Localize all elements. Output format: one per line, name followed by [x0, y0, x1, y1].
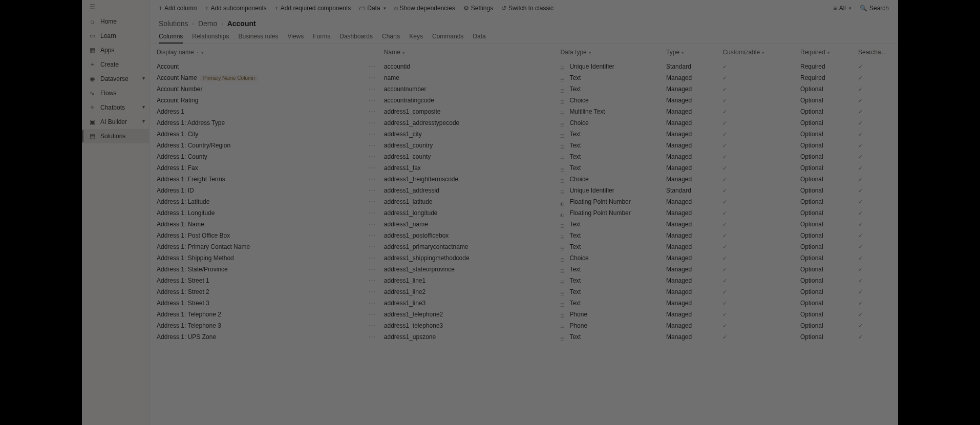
cell-actions[interactable]: ⋯: [364, 219, 379, 230]
table-row[interactable]: Address 1: Freight Terms⋯address1_freigh…: [153, 174, 895, 185]
switch-classic-button[interactable]: ↺Switch to classic: [498, 2, 557, 14]
settings-button[interactable]: ⚙Settings: [460, 2, 496, 14]
column-header-searchable[interactable]: Searcha…▾: [854, 44, 895, 61]
tab-keys[interactable]: Keys: [409, 31, 423, 43]
table-row[interactable]: Account⋯accountidUnique IdentifierStanda…: [153, 61, 895, 72]
column-header-datatype[interactable]: Data type▾: [556, 44, 662, 61]
cell-actions[interactable]: ⋯: [364, 117, 379, 129]
more-icon[interactable]: ⋯: [368, 266, 375, 272]
table-row[interactable]: Address 1: Country/Region⋯address1_count…: [153, 140, 895, 151]
column-header-required[interactable]: Required▾: [796, 44, 854, 61]
column-header-display[interactable]: Display name ↑▾: [153, 44, 364, 61]
cell-actions[interactable]: ⋯: [364, 162, 379, 174]
table-row[interactable]: Address 1: Street 1⋯address1_line1TextMa…: [153, 275, 895, 286]
table-row[interactable]: Address 1: Latitude⋯address1_latitudeFlo…: [153, 196, 895, 207]
filter-all-button[interactable]: ≡All▾: [830, 2, 855, 14]
more-icon[interactable]: ⋯: [368, 63, 375, 70]
table-row[interactable]: Account NamePrimary Name Column⋯nameText…: [153, 72, 895, 83]
cell-actions[interactable]: ⋯: [364, 106, 379, 117]
cell-actions[interactable]: ⋯: [364, 230, 379, 241]
sidebar-item-dataverse[interactable]: ◉Dataverse▾: [82, 72, 149, 86]
sidebar-item-ai-builder[interactable]: ▣AI Builder▾: [82, 115, 149, 129]
tab-business-rules[interactable]: Business rules: [238, 31, 278, 43]
more-icon[interactable]: ⋯: [368, 74, 375, 81]
column-header-customizable[interactable]: Customizable▾: [718, 44, 796, 61]
more-icon[interactable]: ⋯: [368, 198, 375, 205]
tab-dashboards[interactable]: Dashboards: [339, 31, 373, 43]
more-icon[interactable]: ⋯: [368, 232, 375, 239]
sidebar-item-solutions[interactable]: ▤Solutions: [82, 129, 149, 143]
add-column-button[interactable]: +Add column: [156, 2, 200, 14]
breadcrumb-link[interactable]: Solutions: [159, 19, 188, 28]
column-header-type[interactable]: Type▾: [662, 44, 718, 61]
table-row[interactable]: Address 1: Shipping Method⋯address1_ship…: [153, 252, 895, 264]
hamburger-button[interactable]: ☰: [82, 0, 149, 14]
more-icon[interactable]: ⋯: [368, 322, 375, 329]
cell-actions[interactable]: ⋯: [364, 83, 379, 95]
cell-actions[interactable]: ⋯: [364, 298, 379, 309]
cell-actions[interactable]: ⋯: [364, 286, 379, 298]
sidebar-item-apps[interactable]: ▦Apps: [82, 43, 149, 57]
sidebar-item-flows[interactable]: ∿Flows: [82, 86, 149, 100]
add-required-button[interactable]: +Add required components: [272, 2, 354, 14]
breadcrumb-link[interactable]: Demo: [198, 19, 217, 28]
cell-actions[interactable]: ⋯: [364, 151, 379, 162]
cell-actions[interactable]: ⋯: [364, 309, 379, 320]
more-icon[interactable]: ⋯: [368, 153, 375, 160]
table-row[interactable]: Address 1: Fax⋯address1_faxTextManaged✓O…: [153, 162, 895, 174]
tab-data[interactable]: Data: [473, 31, 485, 43]
table-row[interactable]: Account Rating⋯accountratingcodeChoiceMa…: [153, 95, 895, 106]
tab-commands[interactable]: Commands: [432, 31, 463, 43]
cell-actions[interactable]: ⋯: [364, 207, 379, 219]
more-icon[interactable]: ⋯: [368, 119, 375, 126]
cell-actions[interactable]: ⋯: [364, 174, 379, 185]
more-icon[interactable]: ⋯: [368, 176, 375, 182]
more-icon[interactable]: ⋯: [368, 277, 375, 284]
more-icon[interactable]: ⋯: [368, 164, 375, 171]
more-icon[interactable]: ⋯: [368, 86, 375, 92]
table-row[interactable]: Address 1: Longitude⋯address1_longitudeF…: [153, 207, 895, 219]
table-row[interactable]: Address 1: Post Office Box⋯address1_post…: [153, 230, 895, 241]
show-dependencies-button[interactable]: ⎋Show dependencies: [391, 2, 458, 14]
cell-actions[interactable]: ⋯: [364, 252, 379, 264]
cell-actions[interactable]: ⋯: [364, 196, 379, 207]
more-icon[interactable]: ⋯: [368, 311, 375, 317]
more-icon[interactable]: ⋯: [368, 243, 375, 250]
sidebar-item-learn[interactable]: ▭Learn: [82, 29, 149, 43]
cell-actions[interactable]: ⋯: [364, 129, 379, 140]
table-row[interactable]: Account Number⋯accountnumberTextManaged✓…: [153, 83, 895, 95]
more-icon[interactable]: ⋯: [368, 300, 375, 306]
table-row[interactable]: Address 1: State/Province⋯address1_state…: [153, 264, 895, 275]
cell-actions[interactable]: ⋯: [364, 95, 379, 106]
add-subcomponents-button[interactable]: +Add subcomponents: [202, 2, 269, 14]
cell-actions[interactable]: ⋯: [364, 140, 379, 151]
table-row[interactable]: Address 1: Telephone 2⋯address1_telephon…: [153, 309, 895, 320]
tab-charts[interactable]: Charts: [382, 31, 400, 43]
cell-actions[interactable]: ⋯: [364, 61, 379, 72]
more-icon[interactable]: ⋯: [368, 254, 375, 261]
more-icon[interactable]: ⋯: [368, 97, 375, 103]
table-row[interactable]: Address 1: Street 3⋯address1_line3TextMa…: [153, 298, 895, 309]
table-row[interactable]: Address 1: Name⋯address1_nameTextManaged…: [153, 219, 895, 230]
more-icon[interactable]: ⋯: [368, 187, 375, 194]
column-header-name[interactable]: Name▾: [380, 44, 557, 61]
more-icon[interactable]: ⋯: [368, 108, 375, 115]
cell-actions[interactable]: ⋯: [364, 275, 379, 286]
cell-actions[interactable]: ⋯: [364, 264, 379, 275]
more-icon[interactable]: ⋯: [368, 142, 375, 148]
sidebar-item-chatbots[interactable]: ✧Chatbots▾: [82, 100, 149, 115]
more-icon[interactable]: ⋯: [368, 288, 375, 295]
more-icon[interactable]: ⋯: [368, 131, 375, 137]
table-row[interactable]: Address 1⋯address1_compositeMultiline Te…: [153, 106, 895, 117]
table-row[interactable]: Address 1: ID⋯address1_addressidUnique I…: [153, 185, 895, 196]
cell-actions[interactable]: ⋯: [364, 241, 379, 252]
more-icon[interactable]: ⋯: [368, 209, 375, 216]
table-row[interactable]: Address 1: Primary Contact Name⋯address1…: [153, 241, 895, 252]
cell-actions[interactable]: ⋯: [364, 185, 379, 196]
cell-actions[interactable]: ⋯: [364, 331, 379, 343]
table-row[interactable]: Address 1: City⋯address1_cityTextManaged…: [153, 129, 895, 140]
search-button[interactable]: 🔍Search: [857, 2, 892, 14]
sidebar-item-home[interactable]: ⌂Home: [82, 14, 149, 29]
table-row[interactable]: Address 1: Telephone 3⋯address1_telephon…: [153, 320, 895, 331]
tab-forms[interactable]: Forms: [313, 31, 330, 43]
